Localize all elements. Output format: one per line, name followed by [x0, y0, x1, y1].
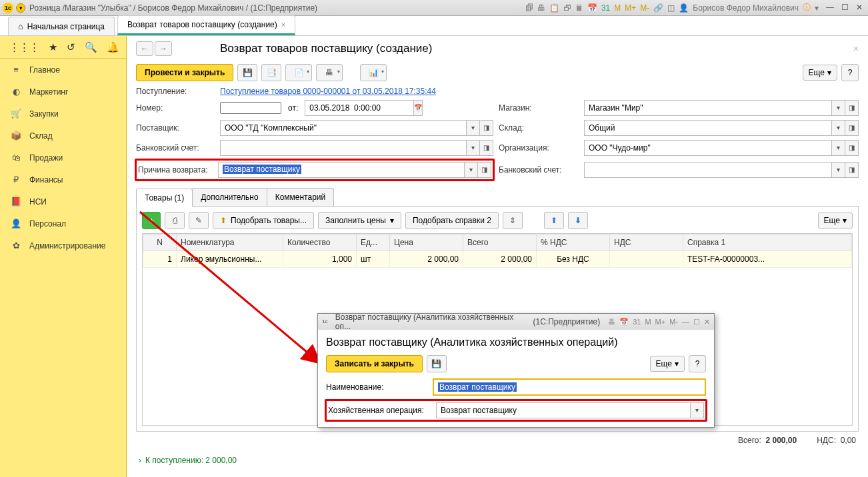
link-icon[interactable]: 🔗 — [653, 3, 663, 13]
add-row-button[interactable]: ＋ — [142, 212, 161, 229]
open-icon[interactable]: ◨ — [845, 140, 859, 156]
sidebar-item-warehouse[interactable]: 📦Склад — [0, 125, 126, 147]
print-button[interactable]: 🖶▾ — [316, 64, 343, 81]
d-calendar-icon[interactable]: 📅 — [619, 318, 629, 326]
open-icon[interactable]: ◨ — [845, 100, 859, 116]
open-icon[interactable]: ◨ — [845, 162, 859, 178]
sidebar-item-nsi[interactable]: 📕НСИ — [0, 191, 126, 213]
post-button[interactable]: 📑 — [261, 64, 281, 81]
bank2-input[interactable] — [584, 162, 832, 178]
col-qty[interactable]: Количество — [283, 235, 357, 251]
open-icon[interactable]: ◨ — [480, 120, 493, 136]
dropdown-icon[interactable]: ▾ — [832, 120, 845, 136]
reason-input[interactable]: Возврат поставщику — [218, 162, 465, 178]
dropdown-icon[interactable]: ▾ — [832, 100, 845, 116]
info-icon[interactable]: ⓘ — [803, 2, 811, 13]
sidebar-item-sales[interactable]: 🛍Продажи — [0, 147, 126, 169]
col-price[interactable]: Цена — [390, 235, 463, 251]
sidebar-item-finance[interactable]: ₽Финансы — [0, 169, 126, 191]
mem-mplus-icon[interactable]: M+ — [625, 3, 636, 13]
dropdown-icon[interactable]: ▾ — [815, 3, 819, 13]
close-button[interactable]: ✕ — [853, 3, 865, 13]
minimize-button[interactable]: — — [824, 3, 836, 13]
search-icon[interactable]: 🔍 — [85, 41, 97, 53]
sidebar-item-main[interactable]: ≡Главное — [0, 59, 126, 81]
calc-icon[interactable]: 🖩 — [575, 3, 583, 13]
pick-goods-button[interactable]: ⬆Подобрать товары... — [213, 212, 314, 229]
print-preview-icon[interactable]: 🗐 — [525, 3, 533, 13]
calendar-icon[interactable]: 📅 — [587, 3, 597, 13]
nav-dropdown-icon[interactable]: ▾ — [16, 3, 25, 13]
col-unit[interactable]: Ед... — [357, 235, 390, 251]
bank-input[interactable] — [220, 140, 467, 156]
bell-icon[interactable]: 🔔 — [107, 41, 119, 53]
sidebar-item-personnel[interactable]: 👤Персонал — [0, 213, 126, 235]
process-close-button[interactable]: Провести и закрыть — [136, 64, 233, 81]
warehouse-input[interactable] — [584, 120, 832, 136]
col-vatpct[interactable]: % НДС — [537, 235, 610, 251]
d-max-icon[interactable]: ☐ — [693, 318, 700, 326]
move-up-button[interactable]: ⬆ — [544, 212, 564, 229]
sidebar-item-admin[interactable]: ✿Администрирование — [0, 235, 126, 256]
org-input[interactable] — [584, 140, 832, 156]
dialog-help-button[interactable]: ? — [689, 355, 706, 372]
d-mminus-icon[interactable]: M- — [669, 318, 678, 326]
dialog-more-button[interactable]: Еще▾ — [650, 356, 685, 372]
dialog-op-input[interactable] — [436, 402, 691, 418]
basis-button[interactable]: 📄▾ — [285, 64, 312, 81]
open-icon[interactable]: ◨ — [478, 162, 491, 178]
print-icon[interactable]: 🖶 — [537, 3, 545, 13]
panel-icon[interactable]: ◫ — [667, 3, 675, 13]
page-close-icon[interactable]: × — [853, 43, 859, 54]
d-min-icon[interactable]: — — [682, 318, 689, 326]
barcode-button[interactable]: ⎙ — [165, 212, 185, 229]
col-n[interactable]: N — [143, 235, 177, 251]
col-ref[interactable]: Справка 1 — [683, 235, 852, 251]
dropdown-icon[interactable]: ▾ — [467, 140, 480, 156]
star-icon[interactable]: ★ — [49, 41, 57, 53]
copy-icon[interactable]: 📋 — [549, 3, 559, 13]
sidebar-item-marketing[interactable]: ◐Маркетинг — [0, 81, 126, 103]
calendar-picker-icon[interactable]: 📅 — [414, 100, 423, 116]
user-name[interactable]: Борисов Федор Михайлович — [693, 3, 799, 13]
nav-forward-button[interactable]: → — [155, 41, 172, 56]
dialog-save-close-button[interactable]: Записать и закрыть — [326, 355, 423, 372]
sidebar-item-purchases[interactable]: 🛒Закупки — [0, 103, 126, 125]
tab-goods[interactable]: Товары (1) — [136, 189, 193, 207]
open-icon[interactable]: ◨ — [845, 120, 859, 136]
col-name[interactable]: Номенклатура — [177, 235, 283, 251]
number-input[interactable] — [220, 102, 281, 114]
help-button[interactable]: ? — [841, 64, 859, 81]
expand-button[interactable]: ⇕ — [503, 212, 523, 229]
footer-link[interactable]: › К поступлению: 2 000,00 — [136, 449, 859, 472]
table-row[interactable]: 1 Ликер эмульсионны... 1,000 шт 2 000,00… — [143, 251, 852, 268]
d-date-icon[interactable]: 31 — [633, 318, 641, 326]
fill-prices-button[interactable]: Заполнить цены▾ — [318, 212, 401, 229]
grid-more-button[interactable]: Еще▾ — [818, 213, 853, 229]
dropdown-icon[interactable]: ▾ — [832, 140, 845, 156]
tab-extra[interactable]: Дополнительно — [192, 188, 267, 206]
reports-button[interactable]: 📊▾ — [360, 64, 387, 81]
receipt-link[interactable]: Поступление товаров 0000-000001 от 03.05… — [220, 87, 436, 96]
nav-back-button[interactable]: ← — [136, 41, 153, 56]
compare-icon[interactable]: 🗗 — [563, 3, 571, 13]
pick-refs-button[interactable]: Подобрать справки 2 — [405, 212, 499, 229]
d-print-icon[interactable]: 🖶 — [608, 318, 615, 326]
edit-button[interactable]: ✎ — [189, 212, 209, 229]
mem-mminus-icon[interactable]: M- — [640, 3, 649, 13]
col-vat[interactable]: НДС — [610, 235, 683, 251]
move-down-button[interactable]: ⬇ — [568, 212, 588, 229]
tab-home[interactable]: ⌂ Начальная страница — [8, 17, 115, 35]
shop-input[interactable] — [584, 100, 832, 116]
dropdown-icon[interactable]: ▾ — [467, 120, 480, 136]
supplier-input[interactable] — [220, 120, 467, 136]
history-icon[interactable]: ↺ — [67, 41, 75, 53]
tab-comment[interactable]: Комментарий — [267, 188, 335, 206]
dropdown-icon[interactable]: ▾ — [465, 162, 478, 178]
d-m-icon[interactable]: M — [645, 318, 651, 326]
save-button[interactable]: 💾 — [237, 64, 257, 81]
maximize-button[interactable]: ☐ — [839, 3, 851, 13]
apps-icon[interactable]: ⋮⋮⋮ — [9, 41, 39, 53]
dialog-name-input[interactable]: Возврат поставщику — [433, 378, 706, 396]
d-mplus-icon[interactable]: M+ — [655, 318, 666, 326]
